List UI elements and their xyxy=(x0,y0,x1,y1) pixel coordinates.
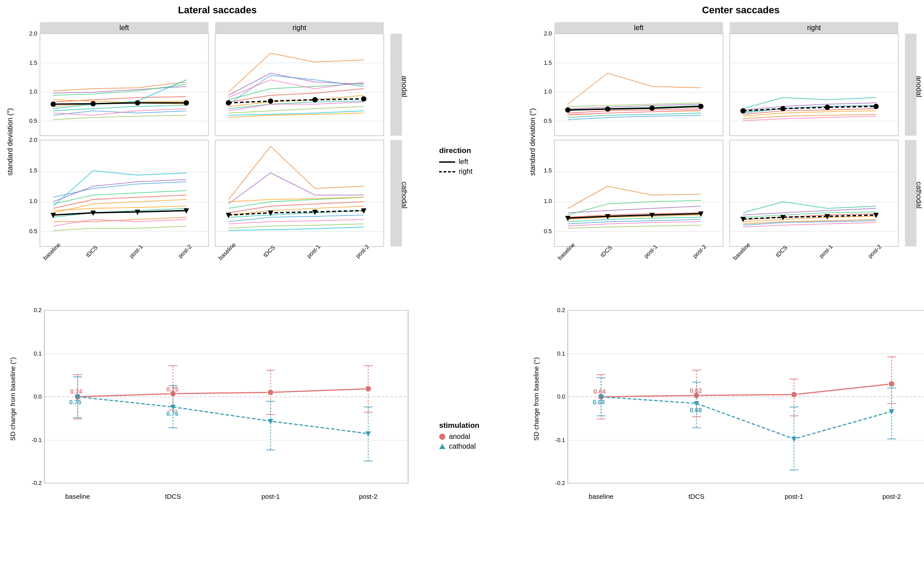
left-line-icon xyxy=(439,161,455,163)
svg-point-25 xyxy=(135,100,140,106)
svg-point-27 xyxy=(226,100,231,106)
svg-rect-4 xyxy=(390,34,402,136)
svg-text:1.0: 1.0 xyxy=(29,88,37,95)
svg-text:2.0: 2.0 xyxy=(29,30,37,37)
svg-point-93 xyxy=(649,106,655,111)
top-row: Lateral saccades left right anodal catho… xyxy=(4,4,920,288)
svg-rect-68 xyxy=(554,34,723,136)
svg-text:0.76: 0.76 xyxy=(166,410,178,417)
svg-text:0.2: 0.2 xyxy=(557,307,565,313)
svg-text:0.5: 0.5 xyxy=(29,228,37,235)
svg-text:1.5: 1.5 xyxy=(29,167,37,174)
svg-text:1.0: 1.0 xyxy=(29,198,37,204)
svg-rect-70 xyxy=(554,140,723,246)
svg-text:baseline: baseline xyxy=(65,493,90,500)
center-top-chart: left right anodal cathodal standard devi… xyxy=(528,18,924,284)
svg-text:SD change from baseline (°): SD change from baseline (°) xyxy=(532,357,540,441)
stimulation-legend: stimulation anodal cathodal xyxy=(430,297,528,545)
svg-text:tDCS: tDCS xyxy=(688,493,704,500)
svg-text:0.5: 0.5 xyxy=(544,117,552,124)
svg-rect-65 xyxy=(905,140,916,246)
svg-text:0.1: 0.1 xyxy=(34,350,42,357)
svg-text:0.0: 0.0 xyxy=(557,393,565,400)
svg-text:anodal: anodal xyxy=(915,76,923,97)
svg-point-146 xyxy=(365,386,371,392)
center-title: Center saccades xyxy=(528,4,924,16)
main-container: Lateral saccades left right anodal catho… xyxy=(0,0,924,575)
svg-point-96 xyxy=(780,106,786,111)
svg-text:anodal: anodal xyxy=(401,76,408,97)
svg-rect-6 xyxy=(390,140,402,246)
svg-text:1.5: 1.5 xyxy=(544,59,552,66)
svg-text:-0.2: -0.2 xyxy=(32,480,42,486)
svg-point-29 xyxy=(312,97,318,102)
svg-text:right: right xyxy=(807,24,821,31)
svg-text:0.0: 0.0 xyxy=(34,393,42,400)
stimulation-legend-title: stimulation xyxy=(439,421,519,430)
svg-text:0.68: 0.68 xyxy=(690,407,702,414)
svg-text:1.0: 1.0 xyxy=(544,88,552,95)
svg-text:2.0: 2.0 xyxy=(544,30,552,37)
legend-cathodal-item: cathodal xyxy=(439,442,519,450)
bottom-row: SD change from baseline (°) 0.2 0.1 0.0 … xyxy=(4,297,920,545)
svg-point-26 xyxy=(184,100,189,106)
legend-left-item: left xyxy=(439,158,519,166)
svg-text:0.64: 0.64 xyxy=(594,388,606,395)
legend-right-label: right xyxy=(459,168,472,176)
svg-text:0.2: 0.2 xyxy=(34,307,42,313)
lateral-panel: Lateral saccades left right anodal catho… xyxy=(4,4,430,288)
svg-text:standard deviation (°): standard deviation (°) xyxy=(6,108,14,176)
svg-text:right: right xyxy=(292,24,307,31)
svg-text:1.0: 1.0 xyxy=(544,198,552,204)
direction-legend-title: direction xyxy=(439,146,519,155)
svg-point-23 xyxy=(51,102,56,107)
svg-rect-63 xyxy=(905,34,916,136)
svg-point-197 xyxy=(791,391,797,398)
direction-legend: direction left right xyxy=(430,4,528,288)
svg-text:0.5: 0.5 xyxy=(544,228,552,235)
svg-point-97 xyxy=(825,105,830,110)
svg-text:left: left xyxy=(119,24,129,31)
svg-text:post-1: post-1 xyxy=(261,493,280,500)
center-bottom-panel: SD change from baseline (°) 0.2 0.1 0.0 … xyxy=(528,297,924,545)
svg-text:post-1: post-1 xyxy=(785,493,803,500)
svg-text:0.62: 0.62 xyxy=(690,387,702,394)
svg-rect-71 xyxy=(730,140,898,246)
legend-cathodal-label: cathodal xyxy=(449,442,476,450)
svg-point-92 xyxy=(605,106,610,112)
svg-text:2.0: 2.0 xyxy=(29,137,37,143)
lateral-bottom-chart: SD change from baseline (°) 0.2 0.1 0.0 … xyxy=(9,297,430,532)
cathodal-triangle-icon xyxy=(439,444,445,449)
legend-right-item: right xyxy=(439,168,519,176)
svg-text:0.75: 0.75 xyxy=(166,386,178,393)
svg-text:cathodal: cathodal xyxy=(401,182,408,209)
svg-text:cathodal: cathodal xyxy=(915,182,923,209)
svg-point-145 xyxy=(267,389,274,395)
svg-text:1.5: 1.5 xyxy=(29,59,37,66)
svg-text:-0.2: -0.2 xyxy=(555,480,565,486)
svg-text:-0.1: -0.1 xyxy=(555,437,565,443)
svg-text:post-2: post-2 xyxy=(882,493,901,500)
svg-text:-0.1: -0.1 xyxy=(32,437,42,443)
svg-point-24 xyxy=(90,101,96,106)
svg-text:tDCS: tDCS xyxy=(165,493,181,500)
svg-text:post-2: post-2 xyxy=(359,493,377,500)
svg-point-91 xyxy=(565,107,570,113)
svg-point-30 xyxy=(361,96,366,102)
svg-text:0.75: 0.75 xyxy=(69,399,81,406)
svg-rect-10 xyxy=(215,34,384,136)
anodal-dot-icon xyxy=(439,434,445,440)
lateral-top-chart: left right anodal cathodal standard devi… xyxy=(4,18,430,284)
svg-text:SD change from baseline (°): SD change from baseline (°) xyxy=(9,357,16,441)
center-bottom-chart: SD change from baseline (°) 0.2 0.1 0.0 … xyxy=(532,297,924,532)
svg-text:0.5: 0.5 xyxy=(29,117,37,124)
svg-text:0.74: 0.74 xyxy=(70,388,82,395)
lateral-bottom-panel: SD change from baseline (°) 0.2 0.1 0.0 … xyxy=(4,297,430,545)
svg-text:0.69: 0.69 xyxy=(593,399,605,406)
legend-left-label: left xyxy=(459,158,468,166)
svg-text:standard deviation (°): standard deviation (°) xyxy=(529,108,536,176)
center-panel: Center saccades left right anodal cathod… xyxy=(528,4,924,288)
lateral-title: Lateral saccades xyxy=(4,4,430,16)
svg-point-94 xyxy=(698,104,704,109)
svg-point-198 xyxy=(889,381,895,387)
